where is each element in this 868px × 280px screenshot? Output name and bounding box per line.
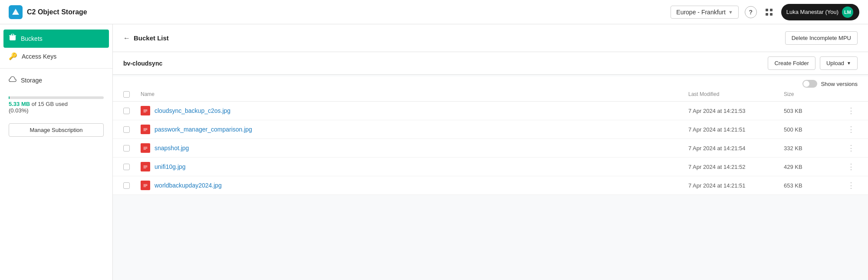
- bucket-toolbar: bv-cloudsync Create Folder Upload ▼: [113, 52, 868, 75]
- row-checkbox[interactable]: [123, 164, 130, 170]
- row-checkbox-cell: [123, 145, 141, 152]
- row-checkbox-cell: [123, 126, 141, 133]
- file-size-cell: 332 KB: [784, 145, 845, 152]
- file-name-text[interactable]: worldbackupday2024.jpg: [155, 182, 222, 189]
- table-row: unifi10g.jpg 7 Apr 2024 at 14:21:52 429 …: [113, 158, 868, 176]
- region-selector[interactable]: Europe - Frankfurt ▼: [671, 6, 739, 19]
- grid-icon: [765, 8, 773, 16]
- storage-total-label: of: [32, 101, 38, 107]
- sidebar-item-access-keys[interactable]: 🔑 Access Keys: [0, 48, 112, 65]
- show-versions-toggle[interactable]: [802, 80, 817, 88]
- file-name-cell: snapshot.jpg: [141, 143, 688, 153]
- storage-bar-background: [9, 96, 104, 99]
- file-name-cell: passwork_manager_comparison.jpg: [141, 125, 688, 134]
- file-table: Name Last Modified Size cloudsync_backup…: [113, 88, 868, 195]
- sidebar-divider-1: [0, 68, 112, 69]
- file-date-cell: 7 Apr 2024 at 14:21:51: [688, 126, 784, 133]
- grid-menu-button[interactable]: [763, 6, 775, 18]
- storage-bar-fill: [9, 96, 10, 99]
- app-logo-icon: [9, 5, 23, 19]
- create-folder-button[interactable]: Create Folder: [768, 56, 815, 70]
- file-type-icon: [141, 143, 150, 153]
- sidebar-storage-label: Storage: [21, 77, 42, 84]
- row-context-menu-button[interactable]: ⋮: [845, 106, 858, 115]
- delete-incomplete-mpu-button[interactable]: Delete Incomplete MPU: [785, 31, 858, 45]
- file-type-icon: [141, 162, 150, 171]
- table-row: passwork_manager_comparison.jpg 7 Apr 20…: [113, 120, 868, 139]
- table-header-row: Name Last Modified Size: [113, 88, 868, 102]
- user-profile-button[interactable]: Luka Manestar (You) LM: [781, 4, 859, 20]
- avatar: LM: [842, 7, 853, 18]
- bucket-action-buttons: Create Folder Upload ▼: [768, 56, 858, 70]
- manage-subscription-button[interactable]: Manage Subscription: [9, 123, 104, 137]
- file-name-text[interactable]: passwork_manager_comparison.jpg: [155, 126, 252, 133]
- file-date-cell: 7 Apr 2024 at 14:21:53: [688, 108, 784, 114]
- row-context-menu-button[interactable]: ⋮: [845, 162, 858, 171]
- sidebar-buckets-label: Buckets: [21, 35, 43, 42]
- row-checkbox-cell: [123, 182, 141, 189]
- file-type-icon: [141, 125, 150, 134]
- user-name-label: Luka Manestar (You): [786, 9, 838, 15]
- file-name-cell: worldbackupday2024.jpg: [141, 181, 688, 190]
- row-checkbox-cell: [123, 108, 141, 114]
- page-title: Bucket List: [134, 34, 169, 42]
- file-size-cell: 500 KB: [784, 126, 845, 133]
- help-button[interactable]: ?: [745, 6, 757, 18]
- row-context-menu-button[interactable]: ⋮: [845, 181, 858, 190]
- storage-percent: (0.03%): [9, 107, 29, 114]
- file-type-icon: [141, 106, 150, 115]
- header-checkbox-cell: [123, 91, 141, 98]
- chevron-down-icon: ▼: [728, 10, 733, 15]
- col-name-header: Name: [141, 91, 688, 98]
- svg-rect-6: [770, 13, 773, 16]
- table-row: cloudsync_backup_c2os.jpg 7 Apr 2024 at …: [113, 102, 868, 120]
- row-context-menu-button[interactable]: ⋮: [845, 143, 858, 153]
- upload-label: Upload: [826, 60, 844, 66]
- top-navigation: C2 Object Storage Europe - Frankfurt ▼ ?…: [0, 0, 868, 24]
- file-name-text[interactable]: cloudsync_backup_c2os.jpg: [155, 107, 230, 114]
- sidebar-access-keys-label: Access Keys: [22, 53, 56, 60]
- col-actions-header: [845, 91, 858, 98]
- sidebar: Buckets 🔑 Access Keys Storage 5.33 MB of…: [0, 24, 113, 280]
- sidebar-item-buckets[interactable]: Buckets: [3, 30, 109, 48]
- show-versions-label: Show versions: [821, 81, 858, 87]
- bucket-name-label: bv-cloudsync: [123, 60, 162, 67]
- table-row: snapshot.jpg 7 Apr 2024 at 14:21:54 332 …: [113, 139, 868, 158]
- main-content: ← Bucket List Delete Incomplete MPU bv-c…: [113, 24, 868, 280]
- page-header: ← Bucket List Delete Incomplete MPU: [113, 24, 868, 52]
- row-context-menu-button[interactable]: ⋮: [845, 125, 858, 134]
- row-checkbox[interactable]: [123, 145, 130, 152]
- sidebar-item-storage[interactable]: Storage: [0, 72, 112, 89]
- row-checkbox-cell: [123, 164, 141, 170]
- app-logo-area: C2 Object Storage: [9, 5, 87, 19]
- row-checkbox[interactable]: [123, 108, 130, 114]
- storage-usage-text: 5.33 MB of 15 GB used (0.03%): [9, 101, 104, 114]
- svg-rect-4: [770, 9, 773, 11]
- file-name-cell: unifi10g.jpg: [141, 162, 688, 171]
- upload-chevron-icon: ▼: [847, 61, 851, 66]
- file-name-cell: cloudsync_backup_c2os.jpg: [141, 106, 688, 115]
- topnav-right-area: Europe - Frankfurt ▼ ? Luka Manestar (Yo…: [671, 4, 859, 20]
- upload-button[interactable]: Upload ▼: [820, 56, 858, 70]
- buckets-icon: [9, 34, 16, 43]
- file-name-text[interactable]: unifi10g.jpg: [155, 163, 186, 170]
- storage-used-label: used: [56, 101, 68, 107]
- svg-rect-3: [766, 9, 768, 11]
- storage-usage-section: 5.33 MB of 15 GB used (0.03%): [0, 89, 112, 118]
- app-title: C2 Object Storage: [27, 8, 87, 16]
- file-size-cell: 653 KB: [784, 182, 845, 189]
- cloud-icon: [9, 76, 16, 84]
- row-checkbox[interactable]: [123, 182, 130, 189]
- file-type-icon: [141, 181, 150, 190]
- col-modified-header: Last Modified: [688, 91, 784, 98]
- breadcrumb: ← Bucket List: [123, 34, 169, 42]
- file-name-text[interactable]: snapshot.jpg: [155, 145, 189, 152]
- back-button[interactable]: ←: [123, 34, 130, 42]
- file-rows-container: cloudsync_backup_c2os.jpg 7 Apr 2024 at …: [113, 102, 868, 195]
- file-date-cell: 7 Apr 2024 at 14:21:54: [688, 145, 784, 152]
- svg-rect-2: [13, 13, 18, 14]
- show-versions-row: Show versions: [113, 76, 868, 88]
- svg-rect-7: [10, 36, 16, 40]
- row-checkbox[interactable]: [123, 126, 130, 133]
- select-all-checkbox[interactable]: [123, 91, 130, 98]
